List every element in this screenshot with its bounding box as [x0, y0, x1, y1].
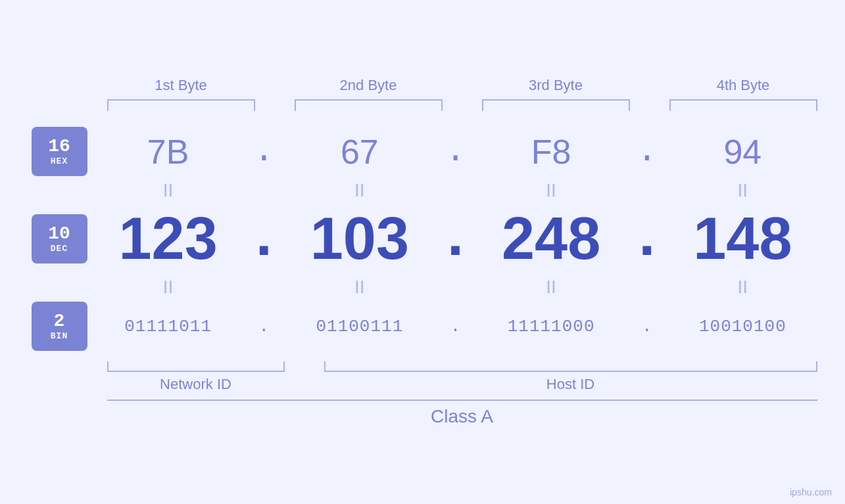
eq1-b1: II — [92, 180, 244, 201]
eq1-b2: II — [283, 180, 435, 201]
class-row: Class A — [107, 400, 817, 427]
host-id-label: Host ID — [324, 376, 817, 393]
eq1-b4: II — [667, 180, 819, 201]
dec-row: 10 DEC 123 . 103 . 248 . 148 — [0, 205, 845, 273]
bin-b1: 01111011 — [92, 317, 244, 336]
bin-dot3: . — [627, 317, 667, 336]
hex-b4: 94 — [667, 132, 819, 172]
dec-b3: 248 — [475, 205, 627, 273]
eq-values-1: II II II II — [92, 180, 819, 201]
hex-b3: F8 — [475, 132, 627, 172]
bin-b2: 01100111 — [283, 317, 435, 336]
bracket-byte3 — [482, 99, 630, 111]
id-labels-row: Network ID Host ID — [107, 376, 817, 393]
dec-badge-col: 10 DEC — [26, 214, 92, 263]
watermark: ipshu.com — [790, 487, 832, 497]
dec-dot1: . — [244, 206, 283, 273]
eq-values-2: II II II II — [92, 277, 819, 298]
eq2-b1: II — [92, 277, 244, 298]
eq2-b2: II — [283, 277, 435, 298]
bracket-byte2 — [295, 99, 443, 111]
dec-b4: 148 — [667, 205, 819, 273]
bin-b4: 10010100 — [667, 317, 819, 336]
eq-row-1: II II II II — [0, 180, 845, 201]
bracket-network — [107, 361, 285, 372]
dec-b1: 123 — [92, 205, 244, 273]
dec-dot3: . — [627, 206, 667, 273]
top-brackets — [107, 99, 817, 111]
hex-dot2: . — [436, 132, 475, 171]
dec-b2: 103 — [283, 205, 435, 273]
eq-row-2: II II II II — [0, 277, 845, 298]
bin-dot2: . — [436, 317, 475, 336]
hex-dot1: . — [244, 132, 283, 171]
hex-badge-col: 16 HEX — [26, 127, 92, 176]
bottom-brackets — [107, 356, 817, 372]
bin-values: 01111011 . 01100111 . 11111000 . 1001010… — [92, 317, 819, 336]
eq2-b3: II — [475, 277, 627, 298]
class-bracket-line — [107, 400, 817, 401]
hex-label: HEX — [51, 156, 68, 166]
bracket-byte4 — [669, 99, 817, 111]
hex-row: 16 HEX 7B . 67 . F8 . 94 — [0, 127, 845, 176]
dec-values: 123 . 103 . 248 . 148 — [92, 205, 819, 273]
byte1-header: 1st Byte — [107, 77, 255, 94]
hex-badge: 16 HEX — [32, 127, 87, 176]
byte4-header: 4th Byte — [669, 77, 817, 94]
hex-values: 7B . 67 . F8 . 94 — [92, 132, 819, 172]
dec-label: DEC — [51, 244, 68, 254]
eq2-b4: II — [667, 277, 819, 298]
hex-b1: 7B — [92, 132, 244, 172]
byte-headers-row: 1st Byte 2nd Byte 3rd Byte 4th Byte — [107, 77, 817, 94]
hex-base: 16 — [48, 137, 70, 157]
eq1-b3: II — [475, 180, 627, 201]
network-id-label: Network ID — [107, 376, 285, 393]
bin-badge-col: 2 BIN — [26, 302, 92, 351]
bin-label: BIN — [51, 331, 68, 341]
main-container: 1st Byte 2nd Byte 3rd Byte 4th Byte 16 H… — [0, 0, 845, 504]
byte2-header: 2nd Byte — [295, 77, 443, 94]
bin-base: 2 — [54, 311, 65, 332]
byte3-header: 3rd Byte — [482, 77, 630, 94]
bracket-host — [324, 361, 817, 372]
bin-b3: 11111000 — [475, 317, 627, 336]
bin-dot1: . — [244, 317, 283, 336]
class-label: Class A — [431, 406, 493, 427]
bin-badge: 2 BIN — [32, 302, 87, 351]
bin-row: 2 BIN 01111011 . 01100111 . 11111000 . — [0, 302, 845, 351]
hex-dot3: . — [627, 132, 667, 171]
bracket-byte1 — [107, 99, 255, 111]
dec-badge: 10 DEC — [32, 214, 87, 263]
dec-base: 10 — [48, 224, 70, 244]
hex-b2: 67 — [283, 132, 435, 172]
dec-dot2: . — [436, 206, 475, 273]
